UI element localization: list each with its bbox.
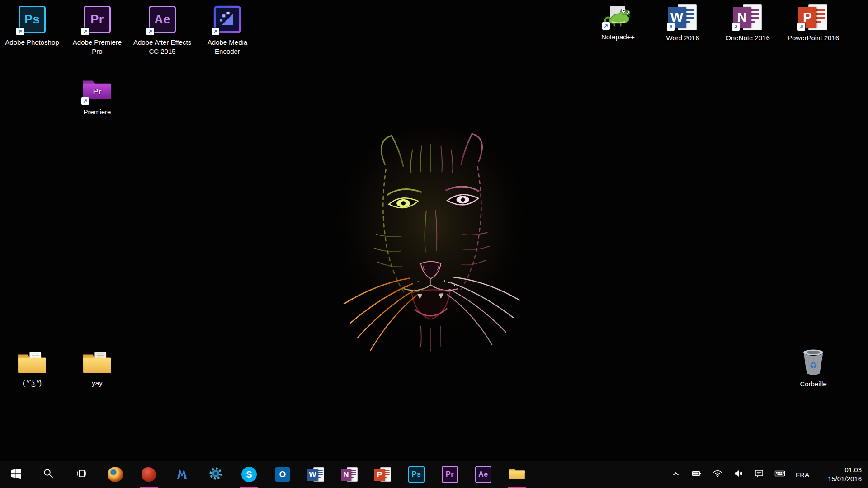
firefox-icon xyxy=(108,467,123,482)
icon-label: Word 2016 xyxy=(666,33,699,42)
system-tray: FRA 01:03 15/01/2016 xyxy=(665,461,868,488)
taskbar-file-explorer[interactable] xyxy=(500,461,533,488)
taskbar-premiere[interactable]: Pr xyxy=(433,461,467,488)
outlook-icon: O xyxy=(275,467,290,482)
folder-icon xyxy=(16,350,48,376)
desktop-icon-adobe-premiere-pro[interactable]: Pr Adobe Premiere Pro xyxy=(67,4,127,56)
chevron-up-icon xyxy=(671,469,680,480)
taskbar-powerpoint[interactable]: P xyxy=(366,461,400,488)
photoshop-icon: Ps xyxy=(408,466,425,483)
icon-label: Adobe Media Encoder xyxy=(198,38,257,56)
tray-show-hidden-icons[interactable] xyxy=(665,461,686,488)
shortcut-arrow-icon xyxy=(667,23,675,31)
desktop-icon-powerpoint-2016[interactable]: P PowerPoint 2016 xyxy=(782,4,845,42)
taskbar-gear-app[interactable] xyxy=(199,461,232,488)
premiere-pro-icon: Pr xyxy=(81,4,113,35)
icon-label: yay xyxy=(92,379,102,388)
taskbar-firefox[interactable] xyxy=(99,461,132,488)
shortcut-arrow-icon xyxy=(212,28,219,35)
blue-m-app-icon xyxy=(175,467,189,482)
clock-date: 15/01/2016 xyxy=(815,474,862,483)
onenote-icon: N xyxy=(732,4,764,31)
wallpaper-panther-art xyxy=(326,123,538,379)
premiere-folder-glyph: Pr xyxy=(82,87,112,97)
media-encoder-icon xyxy=(212,4,243,35)
desktop-icon-yay-folder[interactable]: yay xyxy=(67,350,127,388)
task-view-button[interactable] xyxy=(65,461,99,488)
powerpoint-icon: P xyxy=(374,467,392,482)
tray-action-center[interactable] xyxy=(749,461,769,488)
clock-time: 01:03 xyxy=(815,465,862,474)
shortcut-arrow-icon xyxy=(797,23,805,31)
desktop-icon-onenote-2016[interactable]: N OneNote 2016 xyxy=(716,4,779,42)
after-effects-icon: Ae xyxy=(475,466,491,483)
photoshop-icon: Ps xyxy=(16,4,48,35)
icon-label: ( ͡° ͜ʖ ͡°) xyxy=(23,379,42,388)
desktop: Ps Adobe Photoshop Pr Adobe Premiere Pro… xyxy=(0,0,868,488)
shortcut-arrow-icon xyxy=(81,97,89,105)
taskbar-onenote[interactable]: N xyxy=(333,461,366,488)
keyboard-icon xyxy=(774,468,786,481)
icon-label: Adobe Premiere Pro xyxy=(67,38,127,56)
icon-label: Adobe After Effects CC 2015 xyxy=(132,38,192,56)
task-view-icon xyxy=(76,468,87,481)
speaker-icon xyxy=(733,468,744,481)
desktop-icon-word-2016[interactable]: W Word 2016 xyxy=(651,4,714,42)
tray-battery[interactable] xyxy=(686,461,707,488)
outlook-glyph: O xyxy=(279,469,286,479)
word-icon: W xyxy=(667,4,698,31)
skype-icon: S xyxy=(241,467,257,482)
svg-text:♻: ♻ xyxy=(809,360,817,371)
taskbar-search-button[interactable] xyxy=(32,461,65,488)
desktop-icon-adobe-photoshop[interactable]: Ps Adobe Photoshop xyxy=(2,4,62,47)
folder-icon xyxy=(81,350,113,376)
tray-volume[interactable] xyxy=(728,461,749,488)
icon-label: Corbeille xyxy=(800,380,826,389)
taskbar-blue-m-app[interactable] xyxy=(165,461,199,488)
tray-touch-keyboard[interactable] xyxy=(769,461,790,488)
taskbar-after-effects[interactable]: Ae xyxy=(467,461,500,488)
wifi-icon xyxy=(712,468,723,481)
onenote-icon: N xyxy=(341,467,358,482)
desktop-icon-notepad-plus-plus[interactable]: Notepad++ xyxy=(586,4,650,42)
skype-glyph: S xyxy=(246,469,252,480)
desktop-icon-adobe-after-effects[interactable]: Ae Adobe After Effects CC 2015 xyxy=(132,4,192,56)
icon-label: Premiere xyxy=(84,108,111,117)
shortcut-arrow-icon xyxy=(732,23,740,31)
desktop-icon-recycle-bin[interactable]: ♻ Corbeille xyxy=(783,348,843,389)
shortcut-arrow-icon xyxy=(16,28,24,35)
search-icon xyxy=(43,468,54,481)
desktop-icon-adobe-media-encoder[interactable]: Adobe Media Encoder xyxy=(198,4,257,56)
taskbar-photoshop[interactable]: Ps xyxy=(400,461,433,488)
battery-icon xyxy=(691,468,702,481)
shortcut-arrow-icon xyxy=(81,28,89,35)
icon-label: Notepad++ xyxy=(601,33,635,42)
tray-clock[interactable]: 01:03 15/01/2016 xyxy=(815,461,868,488)
tray-network[interactable] xyxy=(707,461,728,488)
powerpoint-icon: P xyxy=(797,4,829,31)
shortcut-arrow-icon xyxy=(602,22,610,30)
desktop-icon-premiere-folder[interactable]: Pr Premiere xyxy=(67,73,127,117)
taskbar-skype[interactable]: S xyxy=(232,461,266,488)
premiere-folder-icon: Pr xyxy=(81,73,113,105)
recycle-bin-icon: ♻ xyxy=(797,348,829,377)
action-center-icon xyxy=(754,468,764,481)
icon-label: PowerPoint 2016 xyxy=(788,33,839,42)
language-label: FRA xyxy=(796,471,809,479)
tray-language[interactable]: FRA xyxy=(790,461,815,488)
word-icon: W xyxy=(307,467,325,482)
start-button[interactable] xyxy=(0,461,32,488)
premiere-icon: Pr xyxy=(442,466,458,483)
notepad-plus-plus-icon xyxy=(602,4,634,30)
taskbar-red-app[interactable] xyxy=(132,461,165,488)
icon-label: OneNote 2016 xyxy=(726,33,770,42)
gear-app-icon xyxy=(208,466,223,483)
windows-logo-icon xyxy=(11,469,21,480)
file-explorer-icon xyxy=(508,466,525,483)
shortcut-arrow-icon xyxy=(146,28,154,35)
taskbar: S O W N P Ps Pr Ae xyxy=(0,461,868,488)
icon-label: Adobe Photoshop xyxy=(5,38,59,47)
desktop-icon-lenny-folder[interactable]: ( ͡° ͜ʖ ͡°) xyxy=(2,350,62,388)
taskbar-word[interactable]: W xyxy=(299,461,333,488)
taskbar-outlook[interactable]: O xyxy=(266,461,299,488)
